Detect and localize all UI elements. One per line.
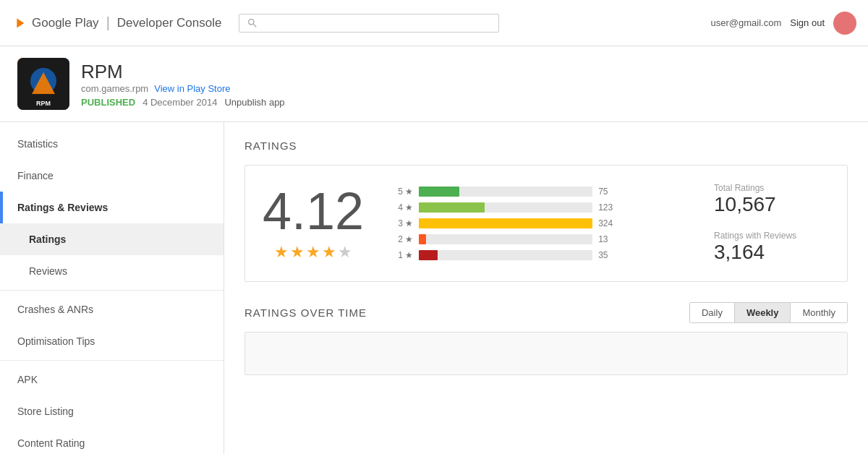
logo-google-play: Google Play <box>32 16 99 30</box>
bar-fill <box>419 250 438 260</box>
bar-row: 4 ★ 123 <box>393 202 685 213</box>
bar-track <box>419 234 592 244</box>
bar-track <box>419 202 592 213</box>
ratings-section-title: RATINGS <box>244 140 848 152</box>
header-right: user@gmail.com Sign out <box>711 12 856 35</box>
bar-track <box>419 187 592 197</box>
sidebar-item-crashes-anrs[interactable]: Crashes & ANRs <box>0 294 224 325</box>
stats-panel: Total Ratings 10,567 Ratings with Review… <box>714 183 830 264</box>
daily-button[interactable]: Daily <box>690 303 735 322</box>
main-content: RATINGS 4.12 ★ ★ ★ ★ ★ 5 ★ 75 <box>224 122 868 454</box>
time-period-buttons: Daily Weekly Monthly <box>689 302 848 323</box>
bar-fill <box>419 202 485 213</box>
ratings-reviews-value: 3,164 <box>714 241 830 264</box>
bar-row: 1 ★ 35 <box>393 250 685 260</box>
sidebar-divider-2 <box>0 360 224 361</box>
ratings-card: 4.12 ★ ★ ★ ★ ★ 5 ★ 75 4 ★ 12 <box>244 165 848 282</box>
bar-row: 5 ★ 75 <box>393 187 685 197</box>
app-icon-inner: RPM <box>17 58 69 110</box>
status-badge: PUBLISHED <box>81 97 135 108</box>
app-package: com.games.rpm <box>81 83 148 94</box>
bar-row: 3 ★ 324 <box>393 218 685 228</box>
sidebar-item-optimisation-tips[interactable]: Optimisation Tips <box>0 325 224 357</box>
status-date: 4 December 2014 <box>142 97 217 108</box>
total-ratings-block: Total Ratings 10,567 <box>714 183 830 216</box>
total-ratings-label: Total Ratings <box>714 183 830 193</box>
logo-console: Developer Console <box>117 16 222 30</box>
bar-label: 2 ★ <box>393 234 413 244</box>
big-score-number: 4.12 <box>263 185 364 237</box>
logo: Google Play | Developer Console <box>12 14 221 31</box>
ratings-over-time-chart <box>244 332 848 375</box>
sidebar-item-store-listing[interactable]: Store Listing <box>0 395 224 427</box>
app-name: RPM <box>81 61 285 83</box>
main-layout: Statistics Finance Ratings & Reviews Rat… <box>0 122 868 454</box>
avatar[interactable] <box>833 12 856 35</box>
app-icon-svg: RPM <box>17 58 69 110</box>
bar-label: 1 ★ <box>393 250 413 260</box>
total-ratings-value: 10,567 <box>714 193 830 216</box>
ratings-with-reviews-block: Ratings with Reviews 3,164 <box>714 231 830 264</box>
sidebar-item-reviews[interactable]: Reviews <box>0 255 224 287</box>
weekly-button[interactable]: Weekly <box>735 303 791 322</box>
star-4: ★ <box>322 243 336 262</box>
search-bar[interactable] <box>239 14 499 33</box>
sidebar-item-apk[interactable]: APK <box>0 364 224 395</box>
big-score-block: 4.12 ★ ★ ★ ★ ★ <box>263 185 364 262</box>
bar-label: 4 ★ <box>393 202 413 213</box>
bar-fill <box>419 187 459 197</box>
star-5: ★ <box>338 243 352 262</box>
sidebar-divider-1 <box>0 290 224 291</box>
sidebar-item-ratings-reviews[interactable]: Ratings & Reviews <box>0 192 224 223</box>
ratings-over-time-header: RATINGS OVER TIME Daily Weekly Monthly <box>244 302 848 323</box>
sidebar-item-finance[interactable]: Finance <box>0 160 224 192</box>
bar-count: 123 <box>598 202 620 213</box>
app-status-row: PUBLISHED 4 December 2014 Unpublish app <box>81 97 285 108</box>
star-3: ★ <box>306 243 320 262</box>
app-header: RPM RPM com.games.rpm View in Play Store… <box>0 46 868 122</box>
ratings-over-time-title: RATINGS OVER TIME <box>244 307 367 319</box>
ratings-reviews-label: Ratings with Reviews <box>714 231 830 241</box>
bar-row: 2 ★ 13 <box>393 234 685 244</box>
sidebar-item-statistics[interactable]: Statistics <box>0 128 224 160</box>
top-header: Google Play | Developer Console user@gma… <box>0 0 868 46</box>
ratings-bar-chart: 5 ★ 75 4 ★ 123 3 ★ 324 2 ★ 13 1 ★ <box>393 187 685 260</box>
bar-track <box>419 218 592 228</box>
app-icon: RPM <box>17 58 69 110</box>
search-input[interactable] <box>263 17 491 29</box>
bar-count: 13 <box>598 234 620 244</box>
bar-label: 3 ★ <box>393 218 413 228</box>
bar-count: 324 <box>598 218 620 228</box>
sidebar-item-content-rating[interactable]: Content Rating <box>0 427 224 454</box>
star-row: ★ ★ ★ ★ ★ <box>263 243 364 262</box>
bar-fill <box>419 218 592 228</box>
svg-text:RPM: RPM <box>36 100 51 107</box>
bar-count: 75 <box>598 187 620 197</box>
bar-fill <box>419 234 426 244</box>
star-1: ★ <box>274 243 289 262</box>
star-2: ★ <box>290 243 305 262</box>
bar-track <box>419 250 592 260</box>
bar-count: 35 <box>598 250 620 260</box>
user-email: user@gmail.com <box>711 17 782 28</box>
app-info: RPM com.games.rpm View in Play Store PUB… <box>81 61 285 108</box>
unpublish-button[interactable]: Unpublish app <box>224 97 284 108</box>
logo-divider: | <box>106 14 110 31</box>
sign-out-button[interactable]: Sign out <box>790 17 825 28</box>
sidebar: Statistics Finance Ratings & Reviews Rat… <box>0 122 224 454</box>
sidebar-item-ratings[interactable]: Ratings <box>0 223 224 255</box>
search-icon <box>247 17 258 29</box>
view-store-link[interactable]: View in Play Store <box>154 83 230 94</box>
bar-label: 5 ★ <box>393 187 413 197</box>
monthly-button[interactable]: Monthly <box>791 303 847 322</box>
play-icon <box>12 15 27 31</box>
